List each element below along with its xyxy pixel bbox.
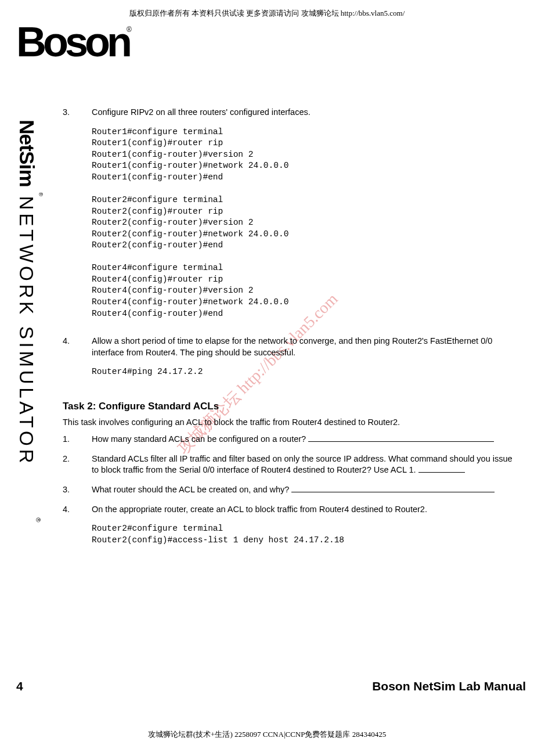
- task2-q3: 3. What router should the ACL be created…: [63, 484, 515, 496]
- question-body: On the appropriate router, create an ACL…: [92, 505, 427, 514]
- question-text: Standard ACLs filter all IP traffic and …: [92, 453, 515, 476]
- page-number: 4: [16, 679, 23, 693]
- answer-blank: [418, 472, 465, 473]
- svg-text:NETWORK SIMULATOR: NETWORK SIMULATOR: [20, 196, 37, 466]
- question-number: 1.: [63, 434, 92, 445]
- step-number: 4.: [63, 336, 92, 358]
- footer: 攻城狮论坛群(技术+生活) 2258097 CCNA|CCNP免费答疑题库 28…: [0, 729, 534, 740]
- answer-blank: [308, 441, 494, 442]
- main-content: 3. Configure RIPv2 on all three routers'…: [63, 107, 515, 554]
- step-text: Allow a short period of time to elapse f…: [92, 336, 515, 358]
- question-text: How many standard ACLs can be configured…: [92, 434, 515, 445]
- manual-title: Boson NetSim Lab Manual: [372, 679, 526, 693]
- question-text: On the appropriate router, create an ACL…: [92, 504, 515, 546]
- step-4: 4. Allow a short period of time to elaps…: [63, 336, 515, 358]
- answer-blank: [291, 492, 495, 492]
- task2-q2: 2. Standard ACLs filter all IP traffic a…: [63, 453, 515, 476]
- logo-registered-icon: ®: [127, 26, 132, 34]
- question-number: 2.: [63, 453, 92, 476]
- code-block-step4: Router4#ping 24.17.2.2: [92, 366, 515, 378]
- question-number: 3.: [63, 484, 92, 496]
- top-header: 版权归原作者所有 本资料只供试读 更多资源请访问 攻城狮论坛 http://bb…: [0, 0, 534, 19]
- task2-heading: Task 2: Configure Standard ACLs: [63, 400, 515, 413]
- svg-text:®: ®: [35, 517, 42, 523]
- svg-text:®: ®: [38, 192, 44, 196]
- code-block-q4: Router2#configure terminal Router2(confi…: [92, 523, 515, 546]
- step-number: 3.: [63, 107, 92, 118]
- logo: Boson®: [16, 21, 134, 63]
- task2-q4: 4. On the appropriate router, create an …: [63, 504, 515, 546]
- question-body: Standard ACLs filter all IP traffic and …: [92, 454, 513, 475]
- question-text: What router should the ACL be created on…: [92, 484, 515, 496]
- code-block-step3: Router1#configure terminal Router1(confi…: [92, 127, 515, 320]
- sidebar-brand: NetSim ® NETWORK SIMULATOR ®: [20, 103, 49, 545]
- svg-text:NetSim: NetSim: [20, 120, 38, 187]
- question-number: 4.: [63, 504, 92, 546]
- step-text: Configure RIPv2 on all three routers' co…: [92, 107, 515, 118]
- task2-intro: This task involves configuring an ACL to…: [63, 417, 515, 429]
- step-3: 3. Configure RIPv2 on all three routers'…: [63, 107, 515, 118]
- task2-q1: 1. How many standard ACLs can be configu…: [63, 434, 515, 445]
- question-body: How many standard ACLs can be configured…: [92, 434, 308, 444]
- logo-text: Boson: [16, 19, 129, 65]
- question-body: What router should the ACL be created on…: [92, 485, 291, 494]
